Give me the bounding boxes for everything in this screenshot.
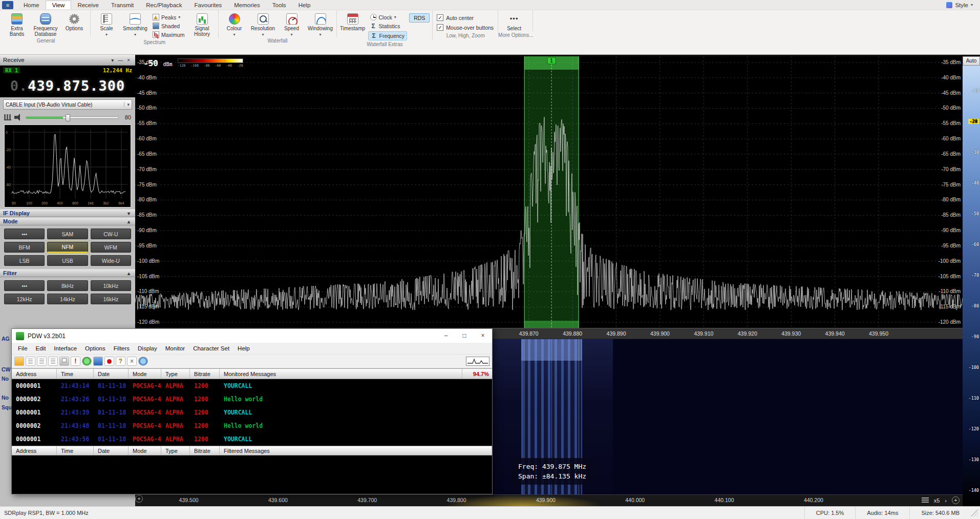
pdw-window[interactable]: PDW v3.2b01 – □ × FileEditInterfaceOptio…	[11, 328, 493, 494]
print-icon[interactable]	[59, 357, 69, 366]
pdw-monitored-messages-header[interactable]: Monitored Messages	[220, 369, 462, 379]
mode-button[interactable]: LSB	[4, 255, 45, 266]
volume-slider-handle[interactable]	[66, 114, 70, 121]
mouse-over-buttons-checkbox[interactable]: ✓ Mouse-over buttons	[435, 23, 495, 32]
mode-button[interactable]: •••	[4, 229, 45, 239]
zoom-factor-label[interactable]: x5	[934, 497, 940, 504]
pdw-filtered-header[interactable]: AddressTimeDateModeTypeBitrate Filtered …	[12, 446, 492, 455]
ribbon-tab[interactable]: Receive	[71, 1, 105, 9]
zoom-reset-icon[interactable]: +	[952, 496, 960, 504]
frequency-database-button[interactable]: Frequency Database	[32, 11, 59, 37]
paste-icon[interactable]	[48, 357, 58, 366]
pdw-column-header[interactable]: Date	[94, 369, 129, 379]
select-button[interactable]: ••• Select	[501, 11, 527, 31]
pdw-column-header[interactable]: Address	[12, 446, 57, 455]
ribbon-tab[interactable]: View	[46, 1, 72, 9]
pdw-filtered-messages-header[interactable]: Filtered Messages	[220, 446, 492, 455]
ribbon-tab[interactable]: Help	[292, 1, 317, 9]
options-button[interactable]: Options	[61, 11, 88, 37]
panel-dropdown-icon[interactable]: ▾	[109, 57, 116, 63]
monitor-icon[interactable]	[93, 357, 103, 366]
pdw-menu-item[interactable]: Monitor	[161, 344, 189, 352]
spectrum-display[interactable]: -35 dBm-35 dBm-40 dBm-40 dBm-45 dBm-45 d…	[135, 56, 963, 328]
pdw-message-row[interactable]: 0000002 21:43:48 01-11-18 POCSAG-4 ALPHA…	[12, 419, 492, 432]
filter-toggle-icon[interactable]	[127, 357, 137, 366]
scale-button[interactable]: Scale ▾	[93, 11, 120, 38]
pdw-menu-item[interactable]: Options	[81, 344, 110, 352]
if-display-section-header[interactable]: IF Display ▾	[0, 209, 135, 217]
statistics-button[interactable]: Σ Statistics	[368, 22, 408, 30]
pdw-menu-item[interactable]: Edit	[32, 344, 50, 352]
pdw-column-header[interactable]: Time	[57, 446, 94, 455]
close-button[interactable]: ×	[474, 329, 492, 343]
ribbon-tab[interactable]: Transmit	[105, 1, 140, 9]
windowing-button[interactable]: Windowing ▾	[307, 11, 334, 37]
auto-center-checkbox[interactable]: ✓ Auto center	[435, 13, 495, 22]
filter-button[interactable]: •••	[4, 280, 45, 291]
filter-button[interactable]: 8kHz	[47, 280, 88, 291]
pdw-message-row[interactable]: 0000001 21:43:56 01-11-18 POCSAG-4 ALPHA…	[12, 432, 492, 446]
resolution-button[interactable]: Resolution ▾	[250, 11, 276, 37]
band-overview-scale[interactable]: + 439.500439.600439.700439.800439.900440…	[135, 494, 963, 506]
scroll-right-icon[interactable]: ›	[945, 497, 947, 504]
pdw-column-header[interactable]: Mode	[129, 446, 161, 455]
receive-panel-header[interactable]: Receive ▾ — ×	[0, 55, 135, 66]
mode-button[interactable]: USB	[47, 255, 88, 266]
help-icon[interactable]: ?	[116, 357, 125, 366]
pdw-column-header[interactable]: Type	[161, 446, 190, 455]
frequency-display[interactable]: 0. 439.875.300	[0, 74, 135, 97]
clock-button[interactable]: Clock ▾	[368, 13, 408, 21]
pdw-menu-item[interactable]: Filters	[110, 344, 134, 352]
copy-icon[interactable]	[37, 357, 47, 366]
zoom-in-icon[interactable]: +	[135, 495, 143, 503]
filter-section-header[interactable]: Filter ▴	[0, 269, 135, 277]
pdw-column-header[interactable]: Address	[12, 369, 57, 379]
pdw-message-row[interactable]: 0000002 21:43:26 01-11-18 POCSAG-4 ALPHA…	[12, 392, 492, 406]
smoothing-button[interactable]: Smoothing ▾	[122, 11, 148, 38]
mode-button[interactable]: WFM	[91, 242, 131, 253]
pdw-menu-item[interactable]: Help	[233, 344, 254, 352]
filter-button[interactable]: 10kHz	[91, 280, 131, 291]
auto-level-button[interactable]: Auto	[963, 56, 980, 66]
rds-toggle[interactable]: RDS	[409, 13, 430, 23]
ribbon-tab[interactable]: Tools	[266, 1, 292, 9]
audio-input-select[interactable]: CABLE Input (VB-Audio Virtual Cable) ▾	[3, 99, 132, 110]
peaks-button[interactable]: Peaks ▾	[151, 13, 187, 21]
ribbon-tab[interactable]: Home	[17, 1, 46, 9]
level-gradient-bar[interactable]	[963, 66, 980, 506]
pdw-menu-item[interactable]: Character Set	[189, 344, 233, 352]
mode-button[interactable]: Wide-U	[91, 255, 131, 266]
minimize-button[interactable]: –	[437, 329, 455, 343]
volume-slider[interactable]	[26, 116, 119, 119]
timestamp-button[interactable]: Timestamp	[339, 11, 366, 40]
palette-gradient-bar[interactable]	[178, 58, 243, 63]
extra-bands-button[interactable]: Extra Bands	[4, 11, 30, 37]
pdw-column-header[interactable]: Bitrate	[190, 369, 220, 379]
open-folder-icon[interactable]	[14, 357, 24, 366]
scale-settings-icon[interactable]	[922, 497, 929, 503]
pdw-menu-item[interactable]: File	[14, 344, 32, 352]
palette-marker-dot[interactable]	[223, 59, 226, 62]
style-button[interactable]: Style ▾	[939, 2, 980, 8]
record-icon[interactable]	[104, 357, 114, 366]
pdw-menu-item[interactable]: Interface	[50, 344, 81, 352]
chevron-down-icon[interactable]: ▾	[125, 211, 132, 216]
ribbon-tab[interactable]: Rec/Playback	[140, 1, 188, 9]
colour-button[interactable]: Colour ▾	[221, 11, 248, 37]
level-meter-icon[interactable]	[4, 114, 11, 120]
mode-section-header[interactable]: Mode ▴	[0, 217, 135, 225]
panel-collapse-icon[interactable]: —	[116, 57, 125, 63]
app-menu-icon[interactable]: ≡	[2, 1, 13, 9]
pdw-menu-item[interactable]: Display	[134, 344, 161, 352]
pdw-column-header[interactable]: Bitrate	[190, 446, 220, 455]
mode-button[interactable]: NFM	[47, 242, 88, 253]
ribbon-tab[interactable]: Memories	[228, 1, 266, 9]
resize-grip[interactable]	[971, 509, 978, 516]
speaker-icon[interactable]	[14, 114, 23, 121]
pdw-column-header[interactable]: Time	[57, 369, 94, 379]
speed-button[interactable]: Speed ▾	[279, 11, 305, 37]
mode-button[interactable]: BFM	[4, 242, 45, 253]
mode-button[interactable]: SAM	[47, 229, 88, 239]
log-file-icon[interactable]	[26, 357, 35, 366]
pdw-column-header[interactable]: Mode	[129, 369, 161, 379]
